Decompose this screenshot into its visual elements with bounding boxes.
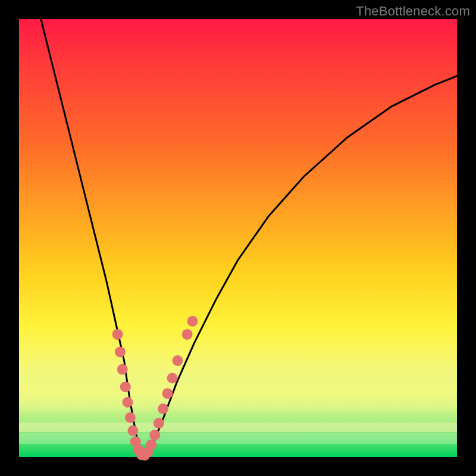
data-dot [117,364,128,375]
data-dot [182,329,193,340]
data-dot [146,439,156,450]
curve-layer [19,19,457,457]
data-dot [123,397,133,408]
data-dot [112,329,123,340]
data-dot [172,355,183,366]
data-dot [167,373,178,384]
data-dots-group [112,316,198,461]
data-dot [125,412,136,423]
watermark-text: TheBottleneck.com [356,4,470,19]
data-dot [115,346,126,357]
data-dot [158,403,168,414]
data-dot [149,430,160,440]
data-dot [120,381,131,392]
data-dot [127,425,138,436]
plot-area [19,19,457,457]
chart-frame: TheBottleneck.com [0,0,476,476]
data-dot [187,316,198,327]
data-dot [162,388,173,399]
data-dot [154,418,164,428]
bottleneck-curve [41,19,457,457]
